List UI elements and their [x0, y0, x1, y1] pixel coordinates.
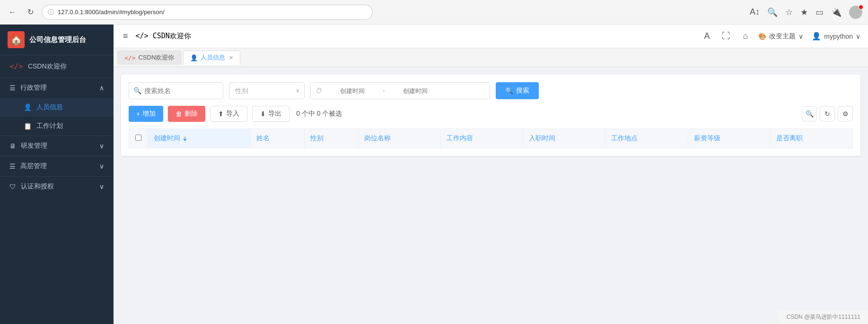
selection-count: 0 个中 0 个被选	[296, 110, 342, 118]
footer-text: CSDN @菜鸟进阶中1111111	[787, 314, 860, 320]
user-menu-button[interactable]: 👤 mypython ∨	[812, 32, 860, 41]
senior-section-label: 高层管理	[20, 162, 47, 171]
sidebar-section-rd-header[interactable]: 🖥 研发管理 ∨	[0, 136, 114, 156]
select-all-checkbox[interactable]	[135, 135, 141, 141]
date-end-input[interactable]	[387, 87, 444, 94]
header-home-icon[interactable]: ⌂	[741, 29, 750, 43]
sidebar-sub-item-person-info[interactable]: 👤 人员信息	[0, 98, 114, 117]
table-col-name: 姓名	[251, 129, 305, 148]
clock-icon: ⏱	[316, 87, 322, 94]
work-plan-label: 工作计划	[36, 122, 63, 130]
top-header: ≡ </> CSDN欢迎你 A ⛶ ⌂ 🎨 改变主题 ∨ 👤 mypython …	[114, 25, 868, 48]
col-work-location-label: 工作地点	[611, 134, 638, 142]
senior-section-chevron: ∨	[99, 162, 104, 170]
search-name-input[interactable]	[129, 82, 223, 99]
col-entry-time-label: 入职时间	[529, 134, 555, 142]
auth-section-label: 认证和授权	[21, 182, 54, 191]
sidebar-section-rd: 🖥 研发管理 ∨	[0, 136, 114, 156]
sidebar-section-auth-header[interactable]: 🛡 认证和授权 ∨	[0, 177, 114, 196]
tab-person-icon: 👤	[190, 54, 198, 61]
export-label: 导出	[268, 110, 281, 118]
hamburger-button[interactable]: ≡	[121, 29, 130, 43]
sidebar-sub-item-work-plan[interactable]: 📋 工作计划	[0, 117, 114, 136]
table-col-work-content: 工作内容	[441, 129, 523, 148]
date-start-input[interactable]	[324, 87, 381, 94]
browser-extensions-icon[interactable]: 🔌	[831, 7, 842, 17]
table-col-salary-grade: 薪资等级	[688, 129, 770, 148]
search-btn-label: 搜索	[516, 86, 529, 95]
search-button[interactable]: 🔍 搜索	[496, 82, 539, 99]
col-name-label: 姓名	[256, 134, 270, 142]
table-col-work-location: 工作地点	[605, 129, 688, 148]
browser-info-icon: ⓘ	[48, 8, 54, 17]
browser-url: 127.0.0.1:8000/admin/#myblog/person/	[58, 9, 165, 16]
header-brand: </> CSDN欢迎你	[136, 32, 191, 41]
sidebar-section-senior-header[interactable]: ☰ 高层管理 ∨	[0, 156, 114, 176]
content-card: 🔍 性别 男 女 ∨ ⏱ -	[121, 75, 860, 156]
add-icon: +	[136, 110, 140, 118]
column-settings-icon: ⚙	[842, 110, 849, 118]
tab-person-label: 人员信息	[201, 53, 225, 62]
table-col-position: 岗位名称	[359, 129, 441, 148]
sidebar-item-csdn-welcome[interactable]: </> CSDN欢迎你	[0, 55, 114, 77]
refresh-table-icon: ↻	[824, 110, 830, 118]
auth-section-icon: 🛡	[9, 183, 16, 190]
person-info-icon: 👤	[24, 103, 32, 111]
browser-refresh-btn[interactable]: ↻	[24, 6, 37, 19]
tab-csdn-welcome[interactable]: </> CSDN欢迎你	[117, 51, 181, 65]
content-area: 🔍 性别 男 女 ∨ ⏱ -	[114, 67, 868, 324]
browser-cast-icon[interactable]: ▭	[815, 7, 824, 17]
sidebar-section-admin: ☰ 行政管理 ∧ 👤 人员信息 📋 工作计划	[0, 77, 114, 136]
delete-button[interactable]: 🗑 删除	[168, 106, 205, 122]
csdn-code-icon: </>	[9, 62, 23, 71]
app-wrapper: 🏠 公司信息管理后台 </> CSDN欢迎你 ☰ 行政管理 ∧ 👤 人员信息 📋	[0, 25, 868, 324]
data-table: 创建时间 姓名 性别	[129, 128, 853, 148]
palette-icon: 🎨	[758, 33, 766, 40]
search-name-icon: 🔍	[133, 87, 141, 94]
import-button[interactable]: ⬆ 导入	[210, 106, 247, 122]
col-gender-label: 性别	[310, 134, 324, 142]
column-settings-btn[interactable]: ⚙	[838, 106, 853, 121]
browser-font-icon[interactable]: A↕	[750, 7, 760, 17]
search-bar: 🔍 性别 男 女 ∨ ⏱ -	[129, 82, 853, 99]
header-right: A ⛶ ⌂ 🎨 改变主题 ∨ 👤 mypython ∨	[702, 29, 860, 43]
user-name: mypython	[824, 33, 853, 40]
user-account-icon: 👤	[812, 32, 821, 41]
header-font-icon[interactable]: A	[702, 29, 711, 43]
add-button[interactable]: + 增加	[129, 106, 163, 122]
col-position-label: 岗位名称	[364, 134, 391, 142]
theme-label: 改变主题	[769, 32, 796, 41]
col-salary-grade-label: 薪资等级	[694, 134, 720, 142]
browser-right-icons: A↕ 🔍 ☆ ★ ▭ 🔌	[750, 6, 862, 19]
rd-section-label: 研发管理	[21, 142, 47, 150]
export-button[interactable]: ⬇ 导出	[252, 106, 289, 122]
browser-zoom-icon[interactable]: 🔍	[767, 7, 778, 17]
sidebar-section-admin-header[interactable]: ☰ 行政管理 ∧	[0, 78, 114, 98]
date-range-picker: ⏱ -	[310, 82, 490, 99]
tab-person-info[interactable]: 👤 人员信息 ✕	[183, 51, 240, 65]
browser-profile-avatar[interactable]	[849, 6, 862, 19]
table-col-is-resigned: 是否离职	[770, 129, 852, 148]
person-info-label: 人员信息	[36, 103, 63, 111]
work-plan-icon: 📋	[24, 122, 32, 130]
auth-section-chevron: ∨	[99, 183, 104, 190]
browser-back-btn[interactable]: ←	[6, 6, 19, 19]
action-right-icons: 🔍 ↻ ⚙	[802, 106, 853, 121]
header-fullscreen-icon[interactable]: ⛶	[720, 29, 732, 43]
table-col-created-time[interactable]: 创建时间	[148, 129, 251, 148]
tab-person-close-icon[interactable]: ✕	[229, 55, 233, 61]
search-input-wrap: 🔍	[129, 82, 223, 99]
search-records-btn[interactable]: 🔍	[802, 106, 817, 121]
browser-bookmark-icon[interactable]: ★	[800, 7, 808, 17]
rd-section-chevron: ∨	[99, 142, 104, 150]
sidebar-section-auth: 🛡 认证和授权 ∨	[0, 176, 114, 196]
import-icon: ⬆	[218, 110, 224, 118]
main-content: ≡ </> CSDN欢迎你 A ⛶ ⌂ 🎨 改变主题 ∨ 👤 mypython …	[114, 25, 868, 324]
theme-button[interactable]: 🎨 改变主题 ∨	[758, 32, 803, 41]
table-col-entry-time: 入职时间	[523, 129, 605, 148]
refresh-table-btn[interactable]: ↻	[820, 106, 835, 121]
browser-star-icon[interactable]: ☆	[785, 7, 793, 17]
footer-status: CSDN @菜鸟进阶中1111111	[779, 310, 868, 324]
gender-select[interactable]: 性别 男 女	[229, 82, 305, 99]
browser-address-bar[interactable]: ⓘ 127.0.0.1:8000/admin/#myblog/person/	[42, 5, 373, 20]
